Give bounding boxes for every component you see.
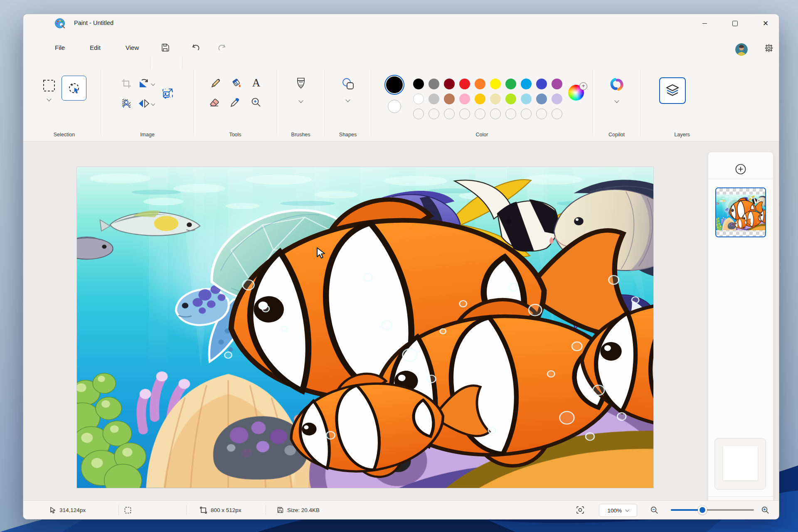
- minimize-button[interactable]: [695, 14, 714, 32]
- custom-color-slot-9[interactable]: [552, 108, 562, 119]
- titlebar[interactable]: Paint - Untitled ✕: [23, 14, 779, 32]
- color-swatch-row2-5[interactable]: [490, 94, 501, 104]
- add-layer-icon: [734, 163, 747, 175]
- menu-file[interactable]: File: [49, 40, 71, 55]
- undo-button[interactable]: [190, 42, 202, 53]
- color-swatch-row1-4[interactable]: [475, 79, 485, 89]
- flip-dropdown-chevron-icon[interactable]: [151, 101, 155, 105]
- text-tool[interactable]: A: [252, 77, 261, 89]
- add-color-icon: +: [579, 82, 587, 90]
- add-layer-button[interactable]: [731, 160, 750, 179]
- user-avatar[interactable]: [735, 43, 748, 56]
- crop-button-disabled[interactable]: [121, 78, 132, 89]
- flip-button[interactable]: [138, 98, 155, 109]
- redo-icon: [217, 43, 226, 52]
- color-swatch-row2-9[interactable]: [552, 94, 562, 104]
- layer-thumbnail-art: [716, 195, 765, 230]
- menu-view[interactable]: View: [120, 40, 145, 55]
- custom-color-slot-2[interactable]: [444, 108, 455, 119]
- paint-window: Paint - Untitled ✕ File Edit View: [23, 14, 779, 520]
- maximize-button[interactable]: [725, 14, 745, 32]
- color-swatch-row2-8[interactable]: [536, 94, 547, 104]
- color-picker-tool[interactable]: [230, 97, 241, 108]
- smart-select-tool-active[interactable]: [62, 76, 86, 101]
- rotate-dropdown-chevron-icon[interactable]: [151, 81, 155, 85]
- fill-tool[interactable]: [231, 77, 242, 89]
- color-swatch-row1-0[interactable]: [413, 79, 424, 89]
- shapes-button[interactable]: [341, 77, 355, 91]
- rotate-button[interactable]: [138, 78, 155, 89]
- color-swatch-row1-5[interactable]: [490, 79, 501, 89]
- color-swatch-row2-6[interactable]: [505, 94, 516, 104]
- canvas-size-icon: [200, 507, 207, 514]
- zoom-in-button[interactable]: [761, 501, 769, 519]
- color-swatch-row1-1[interactable]: [429, 79, 439, 89]
- magnifier-tool[interactable]: [251, 97, 261, 108]
- color-swatch-row2-2[interactable]: [444, 94, 455, 104]
- fit-to-screen-button[interactable]: [576, 501, 584, 519]
- copilot-button[interactable]: [609, 77, 624, 91]
- settings-gear-icon: [764, 44, 773, 53]
- custom-color-slot-3[interactable]: [459, 108, 470, 119]
- rect-select-dropdown-chevron-icon[interactable]: [47, 96, 51, 101]
- shapes-icon: [341, 77, 355, 91]
- custom-color-slot-7[interactable]: [521, 108, 532, 119]
- rect-select-icon: [42, 79, 56, 92]
- ribbon-toolbar: Selection: [23, 65, 779, 141]
- color-swatch-row1-3[interactable]: [459, 79, 470, 89]
- group-label-shapes: Shapes: [325, 132, 371, 138]
- magnifier-icon: [251, 97, 261, 108]
- text-tool-icon: A: [252, 77, 261, 89]
- layer-1-thumbnail-active[interactable]: [715, 187, 766, 237]
- color-swatch-row2-4[interactable]: [475, 94, 485, 104]
- menubar: File Edit View: [23, 32, 779, 65]
- canvas[interactable]: [77, 167, 653, 488]
- settings-button[interactable]: [762, 42, 776, 55]
- copilot-dropdown-chevron-icon[interactable]: [614, 98, 619, 103]
- custom-color-slot-8[interactable]: [536, 108, 547, 119]
- zoom-level-dropdown[interactable]: 100%: [599, 504, 637, 517]
- redo-button[interactable]: [216, 42, 227, 53]
- brushes-button[interactable]: [295, 77, 307, 91]
- zoom-out-button[interactable]: [650, 501, 658, 519]
- close-button[interactable]: ✕: [756, 14, 776, 32]
- canvas-artwork: [77, 167, 653, 488]
- custom-color-slot-5[interactable]: [490, 108, 501, 119]
- pencil-tool[interactable]: [210, 78, 221, 89]
- color-swatch-row2-7[interactable]: [521, 94, 532, 104]
- zoom-slider-thumb[interactable]: [698, 505, 707, 515]
- color-swatch-row1-8[interactable]: [536, 79, 547, 89]
- fit-to-screen-icon: [576, 506, 584, 514]
- color-swatch-row2-3[interactable]: [459, 94, 470, 104]
- color-swatch-row1-6[interactable]: [505, 79, 516, 89]
- custom-color-slot-6[interactable]: [505, 108, 516, 119]
- pencil-icon: [210, 78, 221, 89]
- background-color-swatch[interactable]: [388, 100, 401, 113]
- resize-button[interactable]: [161, 87, 174, 100]
- group-label-image: Image: [101, 132, 194, 138]
- eyedropper-icon: [230, 97, 241, 108]
- group-tools: A: [194, 65, 277, 141]
- zoom-slider[interactable]: [671, 509, 754, 511]
- foreground-color-swatch[interactable]: [385, 76, 404, 94]
- menu-edit[interactable]: Edit: [84, 40, 106, 55]
- custom-color-slot-4[interactable]: [475, 108, 485, 119]
- color-swatch-row1-2[interactable]: [444, 79, 455, 89]
- eraser-tool[interactable]: [209, 97, 220, 108]
- layers-button-active[interactable]: [659, 77, 686, 104]
- save-button[interactable]: [159, 42, 171, 53]
- brushes-dropdown-chevron-icon[interactable]: [298, 98, 303, 103]
- background-layer-thumbnail[interactable]: [714, 438, 766, 490]
- color-swatch-row1-9[interactable]: [552, 79, 562, 89]
- group-image: Image: [101, 65, 194, 141]
- group-selection: Selection: [27, 65, 101, 141]
- shapes-dropdown-chevron-icon[interactable]: [345, 97, 350, 102]
- color-swatch-row2-0[interactable]: [413, 94, 424, 104]
- rect-select-tool[interactable]: [42, 76, 56, 101]
- color-swatch-row1-7[interactable]: [521, 79, 532, 89]
- file-size-icon: [277, 507, 283, 513]
- remove-background-button[interactable]: [121, 98, 132, 109]
- custom-color-slot-1[interactable]: [429, 108, 439, 119]
- custom-color-slot-0[interactable]: [413, 108, 424, 119]
- color-swatch-row2-1[interactable]: [429, 94, 439, 104]
